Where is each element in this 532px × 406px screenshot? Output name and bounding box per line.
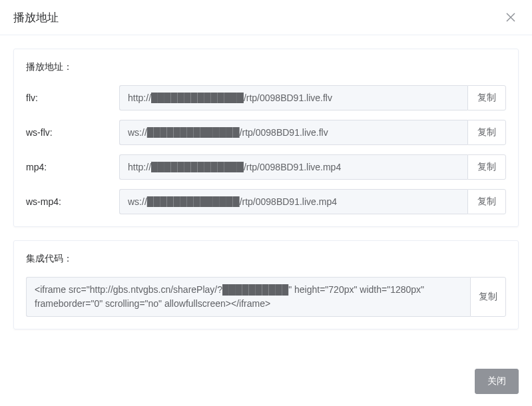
playback-address-label: 播放地址： [26, 61, 506, 73]
modal-footer: 关闭 [0, 362, 532, 406]
url-row-mp4: mp4: 复制 [26, 154, 506, 180]
protocol-label: ws-mp4: [26, 196, 119, 207]
ws-flv-url-input[interactable] [119, 120, 467, 145]
code-row: 复制 [26, 277, 506, 317]
url-row-ws-flv: ws-flv: 复制 [26, 120, 506, 145]
close-button[interactable]: 关闭 [475, 369, 519, 394]
modal-header: 播放地址 [0, 0, 532, 35]
copy-mp4-button[interactable]: 复制 [467, 154, 506, 180]
modal-title: 播放地址 [13, 10, 59, 25]
x-icon [505, 12, 516, 23]
ws-mp4-url-input[interactable] [119, 189, 467, 214]
protocol-label: ws-flv: [26, 127, 119, 138]
playback-address-panel: 播放地址： flv: 复制 ws-flv: 复制 mp4: 复制 ws-mp4:… [13, 49, 519, 227]
integration-code-label: 集成代码： [26, 253, 506, 265]
playback-address-modal: 播放地址 播放地址： flv: 复制 ws-flv: 复制 mp4: [0, 0, 532, 406]
protocol-label: flv: [26, 93, 119, 103]
integration-code-panel: 集成代码： 复制 [13, 240, 519, 329]
copy-ws-flv-button[interactable]: 复制 [467, 120, 506, 145]
integration-code-textarea[interactable] [26, 277, 470, 317]
modal-body: 播放地址： flv: 复制 ws-flv: 复制 mp4: 复制 ws-mp4:… [0, 35, 532, 362]
url-row-ws-mp4: ws-mp4: 复制 [26, 189, 506, 214]
close-icon[interactable] [503, 9, 519, 25]
url-row-flv: flv: 复制 [26, 85, 506, 110]
protocol-label: mp4: [26, 162, 119, 172]
copy-flv-button[interactable]: 复制 [467, 85, 506, 110]
mp4-url-input[interactable] [119, 154, 467, 180]
copy-code-button[interactable]: 复制 [470, 277, 506, 317]
copy-ws-mp4-button[interactable]: 复制 [467, 189, 506, 214]
flv-url-input[interactable] [119, 85, 467, 110]
